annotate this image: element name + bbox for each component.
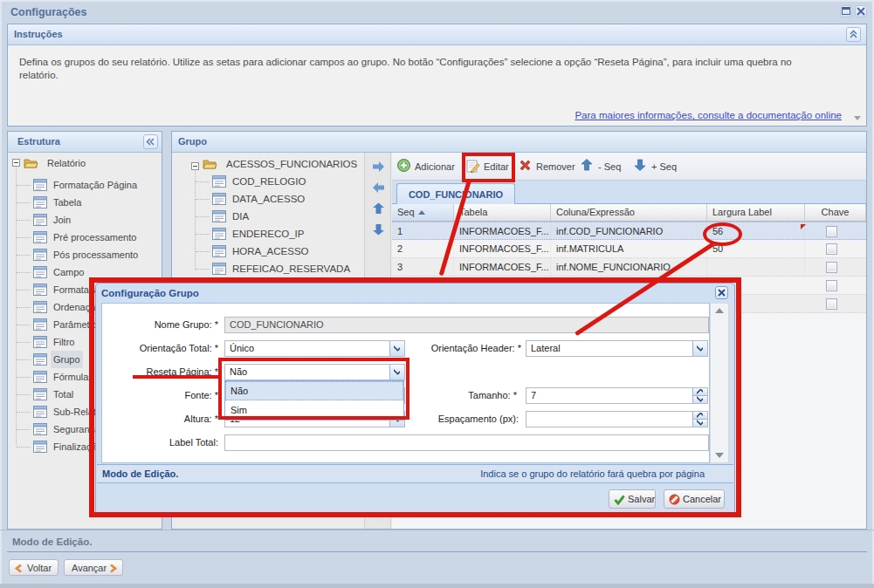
chave-checkbox[interactable] [826,226,837,237]
grid-row-1[interactable]: 1 INFORMACOES_F... inf.COD_FUNCIONARIO 5… [392,222,866,240]
grid-row-2[interactable]: 2 INFORMACOES_F... inf.MATRICULA 50 [392,240,866,258]
tree-elbow [17,412,31,413]
close-button[interactable] [855,5,867,17]
collapse-node-icon[interactable] [191,162,199,170]
tree-item-label[interactable]: DIA [230,208,251,225]
tree-elbow [196,199,210,200]
scroll-down-icon[interactable] [854,116,861,120]
tree-item[interactable]: Fórmulas [8,368,96,386]
tree-item-label[interactable]: Formatação Página [51,176,140,194]
seq-plus-button[interactable]: + Seq [634,153,682,180]
configuracoes-window: Configurações Instruções Defina os grupo… [0,0,874,588]
report-item-icon [33,441,47,458]
tree-item-label[interactable]: ENDERECO_IP [230,225,306,243]
double-chevron-up-icon [847,28,860,41]
tree-item-label[interactable]: COD_RELOGIO [230,173,308,190]
tree-item-label[interactable]: Total [51,386,76,403]
tree-item[interactable]: Total [8,386,76,403]
tree-item-label[interactable]: Filtro [51,333,77,351]
tree-item[interactable]: DATA_ACESSO [172,190,307,208]
column-header-chave[interactable]: Chave [805,204,866,222]
annotation-ellipse-56 [703,222,742,246]
tree-item[interactable]: Join [8,211,73,229]
tree-item[interactable]: Tabela [8,194,84,211]
documentation-link[interactable]: Para maiores informações, consulte a doc… [575,110,842,120]
tree-item[interactable]: COD_RELOGIO [172,173,308,190]
cell-coluna: inf.MATRICULA [551,240,707,258]
move-up-button[interactable] [369,201,387,216]
move-down-button[interactable] [369,222,387,237]
tree-item[interactable]: Pós processamento [8,246,141,263]
tree-elbow [196,269,210,270]
tab-cod-funcionario[interactable]: COD_FUNCIONARIO [396,183,515,205]
chave-checkbox[interactable] [826,280,837,291]
chave-checkbox[interactable] [826,298,837,310]
tree-elbow [17,272,31,273]
move-left-button[interactable] [369,180,387,195]
adicionar-button[interactable]: Adicionar [397,153,463,180]
tree-item[interactable]: Filtro [8,333,77,351]
collapse-sidebar-button[interactable] [143,134,158,149]
arrow-up-icon [372,202,385,215]
tree-item-label[interactable]: REFEICAO_RESERVADA [230,260,353,277]
avancar-button[interactable]: Avançar [64,559,123,576]
tree-elbow [17,359,31,360]
column-header-tabela[interactable]: Tabela [454,204,551,222]
instructions-text: Defina os grupos do seu relatório. Utili… [19,56,836,82]
maximize-button[interactable] [840,5,852,17]
tree-item-label[interactable]: Tabela [51,194,84,211]
arrow-up-icon [581,159,593,171]
instructions-panel-header: Instruções [8,24,866,45]
tree-node-label[interactable]: Relatório [45,154,88,172]
instructions-panel: Instruções Defina os grupos do seu relat… [7,24,867,126]
column-header-label: Seq [397,207,415,217]
instructions-text-line1: Defina os grupos do seu relatório. Utili… [19,56,836,69]
tree-node-label[interactable]: ACESSOS_FUNCIONARIOS [224,155,360,173]
tree-item[interactable]: Pré processamento [8,229,139,246]
add-icon [397,159,410,172]
double-chevron-left-icon [144,135,157,148]
tree-elbow [196,251,210,252]
tree-item-label[interactable]: Pós processamento [51,246,141,263]
voltar-label: Voltar [27,563,52,573]
tree-node-acessos[interactable]: ACESSOS_FUNCIONARIOS [172,155,360,173]
tree-item[interactable]: Segurança [8,420,102,438]
tree-item[interactable]: ENDERECO_IP [172,225,306,243]
tree-elbow [17,202,31,203]
column-header-seq[interactable]: Seq [392,204,454,222]
tree-node-relatorio[interactable]: Relatório [8,154,88,172]
tree-item-label[interactable]: HORA_ACESSO [230,243,312,260]
tree-elbow [196,234,210,235]
tree-item-label[interactable]: DATA_ACESSO [230,190,307,208]
seq-minus-button[interactable]: - Seq [581,153,626,180]
grid-row-3[interactable]: 3 INFORMACOES_F... inf.NOME_FUNCIONARIO [392,258,866,277]
tree-item[interactable]: HORA_ACESSO [172,243,312,260]
annotation-editar-rectangle [462,153,515,182]
tree-item[interactable]: Grupo [8,351,83,368]
tree-elbow [17,429,31,430]
move-right-button[interactable] [369,159,387,174]
collapse-node-icon[interactable] [12,159,20,167]
estrutura-panel-header: Estrutura [8,132,162,153]
chave-checkbox[interactable] [826,243,837,255]
voltar-button[interactable]: Voltar [9,559,58,576]
cell-tabela: INFORMACOES_F... [454,222,551,241]
annotation-underline-reseta [133,375,218,379]
seq-plus-label: + Seq [651,161,677,172]
tree-item-label[interactable]: Campo [51,263,86,281]
cell-tabela: INFORMACOES_F... [454,258,551,277]
tree-item-label[interactable]: Join [51,211,73,229]
remover-button[interactable]: Remover [519,153,575,180]
column-header-coluna[interactable]: Coluna/Expressão [551,204,707,222]
tree-item[interactable]: REFEICAO_RESERVADA [172,260,353,277]
adicionar-label: Adicionar [415,161,455,172]
tree-elbow [17,377,31,378]
tree-item-label[interactable]: Grupo [51,351,83,368]
column-header-largura[interactable]: Largura Label [707,204,805,222]
tree-item-label[interactable]: Pré processamento [51,229,139,246]
tree-item[interactable]: Formatação Página [8,176,140,194]
tree-item[interactable]: DIA [172,208,251,225]
tree-item[interactable]: Campo [8,263,86,281]
chave-checkbox[interactable] [826,262,837,273]
collapse-panel-button[interactable] [846,27,861,42]
